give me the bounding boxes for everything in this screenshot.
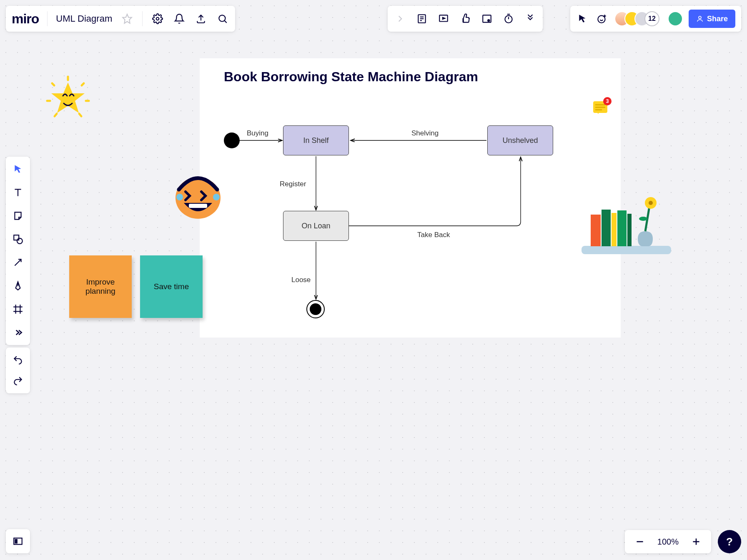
svg-point-61 [649,201,653,205]
edge-label-buying: Buying [247,129,268,138]
svg-line-46 [55,114,57,116]
laugh-sticker[interactable] [172,173,224,221]
current-user-avatar[interactable] [668,11,683,26]
voting-icon[interactable] [480,12,494,25]
notes-icon[interactable] [415,12,429,25]
shape-tool-icon[interactable] [11,232,25,246]
svg-rect-55 [602,210,611,246]
svg-point-52 [213,194,220,200]
edge-label-takeback: Take Back [417,231,450,239]
select-tool-icon[interactable] [11,162,25,176]
search-icon[interactable] [216,12,229,25]
frame-tool-icon[interactable] [11,302,25,316]
svg-line-48 [52,83,54,85]
svg-point-51 [176,194,183,200]
svg-point-25 [17,238,23,244]
svg-point-12 [488,20,489,21]
diagram-frame[interactable]: Book Borrowing State Machine Diagram In … [200,58,621,338]
star-icon[interactable] [120,12,134,25]
help-button[interactable]: ? [718,530,741,553]
more-tools-icon[interactable] [11,326,25,339]
edges [200,58,621,338]
pen-tool-icon[interactable] [11,279,25,292]
sticky-text: Save time [154,282,189,291]
export-icon[interactable] [194,12,208,25]
share-label: Share [707,15,728,23]
settings-icon[interactable] [151,12,164,25]
reactions-add-icon[interactable] [595,12,609,25]
board-title[interactable]: UML Diagram [56,13,112,24]
star-sticker[interactable] [43,73,93,123]
svg-rect-54 [591,215,601,246]
svg-rect-58 [627,214,632,246]
svg-line-43 [82,83,84,85]
svg-point-3 [219,15,226,21]
hide-cursors-icon[interactable] [576,12,589,25]
svg-point-62 [639,217,647,221]
svg-rect-33 [15,540,17,543]
edge-label-shelving: Shelving [411,129,439,138]
svg-point-21 [699,16,701,19]
bookshelf-sticker[interactable] [582,190,671,256]
svg-line-26 [15,259,21,265]
divider [142,11,143,26]
comment-count: 3 [603,97,612,105]
collaborator-avatars[interactable]: 12 [614,11,659,26]
zoom-in-icon[interactable] [689,535,703,548]
reactions-icon[interactable] [459,12,472,25]
miro-logo[interactable]: miro [12,11,39,27]
connector-tool-icon[interactable] [11,256,25,269]
svg-marker-41 [51,82,85,113]
present-icon[interactable] [437,12,450,25]
svg-marker-0 [123,14,132,23]
edge-label-loose: Loose [291,276,311,284]
sticky-note[interactable]: Save time [140,255,203,318]
svg-point-16 [598,15,605,22]
svg-rect-53 [582,246,671,254]
zoom-out-icon[interactable] [633,535,647,548]
svg-rect-50 [189,204,207,208]
svg-marker-10 [443,18,445,19]
chevron-right-icon[interactable] [394,12,407,25]
sticky-tool-icon[interactable] [11,209,25,222]
divider [47,11,48,26]
timer-icon[interactable] [502,12,515,25]
minimap-icon[interactable] [11,535,25,548]
avatar-overflow-count[interactable]: 12 [644,11,659,26]
redo-icon[interactable] [11,374,25,388]
edge-label-register: Register [280,180,306,188]
svg-rect-57 [617,210,627,246]
svg-point-1 [156,18,159,20]
bell-icon[interactable] [173,12,186,25]
undo-icon[interactable] [11,353,25,367]
more-apps-icon[interactable] [524,12,537,25]
sticky-note[interactable]: Improve planning [69,255,132,318]
text-tool-icon[interactable] [11,186,25,199]
sticky-text: Improve planning [73,278,128,296]
svg-point-13 [505,15,512,22]
zoom-percent[interactable]: 100% [657,537,679,547]
comment-icon[interactable]: 3 [593,101,607,113]
svg-rect-56 [612,213,617,246]
svg-line-4 [225,21,227,23]
svg-line-45 [79,114,81,116]
share-button[interactable]: Share [689,10,735,28]
